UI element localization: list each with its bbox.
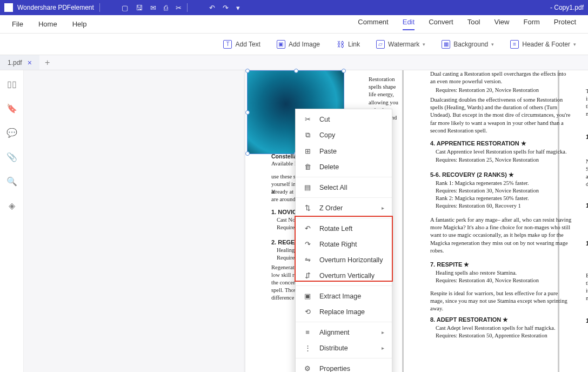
doc-text: Dual casting a Restoration spell overcha… [430,70,571,85]
menu-view[interactable]: View [495,18,510,30]
text-icon: T [223,40,232,49]
ctx-rotate-left[interactable]: ↶Rotate Left [296,221,392,236]
tool-watermark[interactable]: ▱Watermark▾ [376,40,425,49]
doc-text: Respite is ideal for warriors, but less … [430,290,571,313]
doc-text: Cast Adept level Restoration spells for … [436,324,571,332]
document-tab[interactable]: 1.pdf × [0,55,39,70]
comments-icon[interactable]: 💬 [6,128,17,138]
tool-add-image[interactable]: ▣Add Image [277,40,320,49]
tool-add-text[interactable]: TAdd Text [223,40,260,49]
link-icon: ⛓ [336,40,345,49]
menu-file[interactable]: File [12,20,23,28]
doc-heading: 4. APPRENTICE RESTORATION ★ [430,140,526,147]
layers-icon[interactable]: ◈ [9,201,15,211]
ctx-distribute[interactable]: ⋮Distribute▸ [296,340,392,356]
ctx-select-all[interactable]: ▤Select All [296,180,392,195]
mail-icon[interactable]: ✉ [150,4,156,12]
search-icon[interactable]: 🔍 [6,176,17,187]
doc-text: that automa [586,280,588,287]
thumbnails-icon[interactable]: ▯▯ [7,79,17,89]
more-icon[interactable]: ▾ [236,4,240,12]
bookmark-icon[interactable]: 🔖 [6,103,17,114]
rotate-left-icon: ↶ [303,224,312,232]
doc-text: the addition [586,103,588,110]
doc-heading: 5-6. RECOVERY (2 RANKS) ★ [430,171,514,178]
doc-text: are 25% str [586,173,588,181]
tab-label: 1.pdf [8,59,22,67]
print-icon[interactable]: ⎙ [164,4,168,12]
doc-heading: 12. AVOID [586,240,588,247]
ctx-zorder[interactable]: ⇅Z Order▸ [296,200,392,216]
app-title: Wondershare PDFelement [17,4,94,11]
menu-tool[interactable]: Tool [467,18,480,30]
ctx-replace-image[interactable]: ⟲Replace Image [296,304,392,320]
doc-text: Necromage [586,158,588,165]
ctx-alignment[interactable]: ≡Alignment▸ [296,324,392,340]
attachment-icon[interactable]: 📎 [6,152,17,162]
ctx-delete[interactable]: 🗑Delete [296,159,392,175]
resize-handle[interactable] [342,69,346,73]
menu-comment[interactable]: Comment [358,18,388,30]
doc-text: Requires: Restoration 60, Recovery 1 [436,202,571,210]
doc-heading: 8. ADEPT RESTORATION ★ [430,316,508,323]
doc-text: damage to [586,181,588,188]
zorder-icon: ⇅ [303,204,312,212]
doc-text: maintain th [586,110,588,118]
tool-header-footer[interactable]: ≡Header & Footer▾ [510,40,576,49]
headerfooter-icon: ≡ [510,40,519,49]
menu-edit[interactable]: Edit [403,18,415,30]
doc-text: Effectively a [586,272,588,280]
background-icon: ▦ [442,40,450,49]
cut-icon: ✂ [303,115,312,123]
redo-icon[interactable]: ↷ [223,4,229,12]
resize-handle[interactable] [245,69,250,73]
ctx-rotate-right[interactable]: ↷Rotate Right [296,236,392,252]
context-menu: ✂Cut ⧉Copy ⊞Paste 🗑Delete ▤Select All ⇅Z… [295,109,392,372]
properties-icon: ⚙ [303,364,312,372]
menu-home[interactable]: Home [38,20,57,28]
watermark-icon: ▱ [376,40,385,49]
new-tab-button[interactable]: + [39,58,55,68]
menu-help[interactable]: Help [72,20,87,28]
ctx-extract-image[interactable]: ▣Extract Image [296,288,392,304]
ctx-cut[interactable]: ✂Cut [296,111,392,127]
doc-text: Rank 1: Magicka regenerates 25% faster. [436,180,571,187]
doc-text: A fantastic perk for any mage– after all… [430,216,573,255]
align-icon: ≡ [303,328,312,336]
selectall-icon: ▤ [303,183,312,191]
copy-icon: ⧉ [303,131,312,140]
doc-text: Rank 2: Magicka regenerates 50% faster. [436,195,571,202]
image-icon: ▣ [277,40,285,49]
tool-link[interactable]: ⛓Link [336,40,360,49]
resize-handle[interactable] [245,151,250,156]
doc-text: Healing spells also restore Stamina. [436,269,571,277]
doc-text: meet it, it's [586,295,588,302]
menu-protect[interactable]: Protect [554,18,576,30]
resize-handle[interactable] [294,69,298,73]
ctx-properties[interactable]: ⚙Properties [296,361,392,372]
ctx-paste[interactable]: ⊞Paste [296,143,392,159]
menu-form[interactable]: Form [523,18,539,30]
doc-heading: 13. MASTE [586,317,588,324]
tool-background[interactable]: ▦Background▾ [442,40,494,49]
extract-icon: ▣ [303,292,312,300]
undo-icon[interactable]: ↶ [209,4,215,12]
doc-text: Cast Apprentice level Restoration spells… [436,148,571,156]
resize-handle[interactable] [245,110,250,115]
doc-text: Requires: Restoration 40, Novice Restora… [436,277,571,284]
paste-icon: ⊞ [303,147,312,155]
menu-convert[interactable]: Convert [429,18,453,30]
ctx-copy[interactable]: ⧉Copy [296,127,392,143]
ctx-flip-vertical[interactable]: ⇵Overturn Vertically [296,268,392,283]
doc-text: Requires: Restoration 25, Novice Restora… [436,156,571,164]
save-icon[interactable]: 🖫 [136,4,143,12]
flip-v-icon: ⇵ [303,271,312,280]
cut-icon[interactable]: ✂ [176,4,182,12]
folder-icon[interactable]: ▢ [122,4,128,12]
doc-heading: 11. EXPER [586,202,588,209]
distribute-icon: ⋮ [303,344,312,352]
close-tab-icon[interactable]: × [28,58,32,67]
chevron-right-icon: ▸ [382,205,384,211]
doc-text: Requires: Restoration 50, Apprentice Res… [436,332,571,340]
ctx-flip-horizontal[interactable]: ⇋Overturn Horizontally [296,252,392,268]
